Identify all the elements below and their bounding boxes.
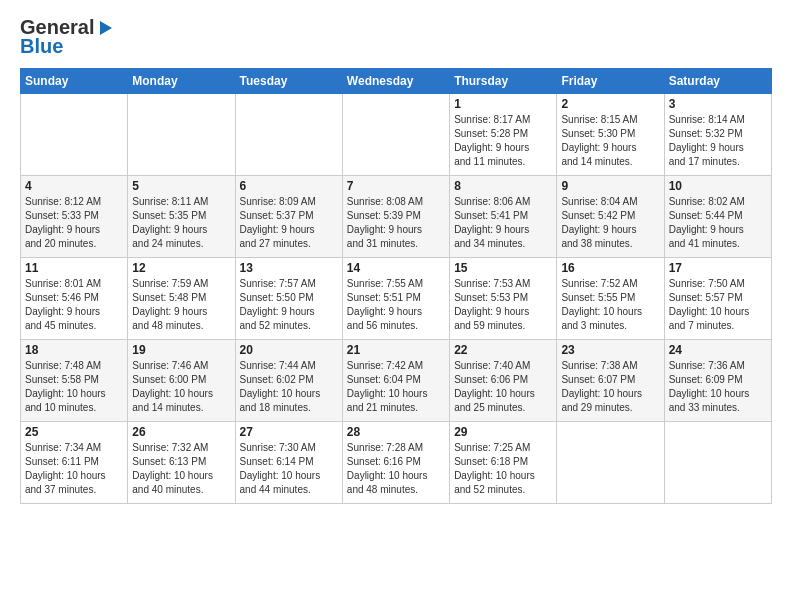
day-number: 24: [669, 343, 767, 357]
calendar-table: SundayMondayTuesdayWednesdayThursdayFrid…: [20, 68, 772, 504]
calendar-cell: 22Sunrise: 7:40 AM Sunset: 6:06 PM Dayli…: [450, 340, 557, 422]
calendar-cell: 21Sunrise: 7:42 AM Sunset: 6:04 PM Dayli…: [342, 340, 449, 422]
calendar-cell: 19Sunrise: 7:46 AM Sunset: 6:00 PM Dayli…: [128, 340, 235, 422]
day-number: 23: [561, 343, 659, 357]
logo: General Blue: [20, 16, 114, 58]
day-info: Sunrise: 7:52 AM Sunset: 5:55 PM Dayligh…: [561, 277, 659, 333]
day-number: 6: [240, 179, 338, 193]
day-info: Sunrise: 7:53 AM Sunset: 5:53 PM Dayligh…: [454, 277, 552, 333]
day-number: 2: [561, 97, 659, 111]
calendar-cell: 7Sunrise: 8:08 AM Sunset: 5:39 PM Daylig…: [342, 176, 449, 258]
day-info: Sunrise: 7:44 AM Sunset: 6:02 PM Dayligh…: [240, 359, 338, 415]
day-number: 28: [347, 425, 445, 439]
weekday-thursday: Thursday: [450, 69, 557, 94]
calendar-cell: 26Sunrise: 7:32 AM Sunset: 6:13 PM Dayli…: [128, 422, 235, 504]
day-info: Sunrise: 8:08 AM Sunset: 5:39 PM Dayligh…: [347, 195, 445, 251]
day-number: 29: [454, 425, 552, 439]
day-info: Sunrise: 8:04 AM Sunset: 5:42 PM Dayligh…: [561, 195, 659, 251]
calendar-cell: 8Sunrise: 8:06 AM Sunset: 5:41 PM Daylig…: [450, 176, 557, 258]
calendar-cell: [664, 422, 771, 504]
day-info: Sunrise: 7:28 AM Sunset: 6:16 PM Dayligh…: [347, 441, 445, 497]
day-info: Sunrise: 7:30 AM Sunset: 6:14 PM Dayligh…: [240, 441, 338, 497]
week-row-5: 25Sunrise: 7:34 AM Sunset: 6:11 PM Dayli…: [21, 422, 772, 504]
calendar-cell: 24Sunrise: 7:36 AM Sunset: 6:09 PM Dayli…: [664, 340, 771, 422]
day-number: 1: [454, 97, 552, 111]
calendar-cell: 10Sunrise: 8:02 AM Sunset: 5:44 PM Dayli…: [664, 176, 771, 258]
day-number: 21: [347, 343, 445, 357]
day-number: 16: [561, 261, 659, 275]
day-number: 4: [25, 179, 123, 193]
day-info: Sunrise: 8:11 AM Sunset: 5:35 PM Dayligh…: [132, 195, 230, 251]
week-row-1: 1Sunrise: 8:17 AM Sunset: 5:28 PM Daylig…: [21, 94, 772, 176]
weekday-header-row: SundayMondayTuesdayWednesdayThursdayFrid…: [21, 69, 772, 94]
day-number: 17: [669, 261, 767, 275]
day-number: 18: [25, 343, 123, 357]
logo: General Blue: [20, 16, 114, 58]
calendar-cell: [235, 94, 342, 176]
day-info: Sunrise: 8:17 AM Sunset: 5:28 PM Dayligh…: [454, 113, 552, 169]
day-number: 19: [132, 343, 230, 357]
calendar-cell: 15Sunrise: 7:53 AM Sunset: 5:53 PM Dayli…: [450, 258, 557, 340]
day-number: 20: [240, 343, 338, 357]
day-number: 5: [132, 179, 230, 193]
calendar-cell: 27Sunrise: 7:30 AM Sunset: 6:14 PM Dayli…: [235, 422, 342, 504]
weekday-friday: Friday: [557, 69, 664, 94]
day-number: 25: [25, 425, 123, 439]
day-number: 3: [669, 97, 767, 111]
day-number: 8: [454, 179, 552, 193]
day-number: 10: [669, 179, 767, 193]
day-info: Sunrise: 7:36 AM Sunset: 6:09 PM Dayligh…: [669, 359, 767, 415]
day-info: Sunrise: 8:15 AM Sunset: 5:30 PM Dayligh…: [561, 113, 659, 169]
day-number: 9: [561, 179, 659, 193]
day-info: Sunrise: 8:02 AM Sunset: 5:44 PM Dayligh…: [669, 195, 767, 251]
calendar-cell: 12Sunrise: 7:59 AM Sunset: 5:48 PM Dayli…: [128, 258, 235, 340]
svg-marker-0: [100, 21, 112, 35]
day-info: Sunrise: 7:25 AM Sunset: 6:18 PM Dayligh…: [454, 441, 552, 497]
day-info: Sunrise: 7:46 AM Sunset: 6:00 PM Dayligh…: [132, 359, 230, 415]
calendar-cell: 13Sunrise: 7:57 AM Sunset: 5:50 PM Dayli…: [235, 258, 342, 340]
week-row-3: 11Sunrise: 8:01 AM Sunset: 5:46 PM Dayli…: [21, 258, 772, 340]
day-number: 11: [25, 261, 123, 275]
calendar-cell: 28Sunrise: 7:28 AM Sunset: 6:16 PM Dayli…: [342, 422, 449, 504]
calendar-cell: 2Sunrise: 8:15 AM Sunset: 5:30 PM Daylig…: [557, 94, 664, 176]
day-number: 12: [132, 261, 230, 275]
day-info: Sunrise: 8:12 AM Sunset: 5:33 PM Dayligh…: [25, 195, 123, 251]
calendar-cell: 9Sunrise: 8:04 AM Sunset: 5:42 PM Daylig…: [557, 176, 664, 258]
calendar-cell: 6Sunrise: 8:09 AM Sunset: 5:37 PM Daylig…: [235, 176, 342, 258]
logo-blue: Blue: [20, 35, 63, 58]
day-info: Sunrise: 7:40 AM Sunset: 6:06 PM Dayligh…: [454, 359, 552, 415]
week-row-2: 4Sunrise: 8:12 AM Sunset: 5:33 PM Daylig…: [21, 176, 772, 258]
calendar-cell: 11Sunrise: 8:01 AM Sunset: 5:46 PM Dayli…: [21, 258, 128, 340]
day-number: 7: [347, 179, 445, 193]
day-info: Sunrise: 7:48 AM Sunset: 5:58 PM Dayligh…: [25, 359, 123, 415]
weekday-monday: Monday: [128, 69, 235, 94]
day-info: Sunrise: 8:01 AM Sunset: 5:46 PM Dayligh…: [25, 277, 123, 333]
calendar-cell: [342, 94, 449, 176]
weekday-wednesday: Wednesday: [342, 69, 449, 94]
day-info: Sunrise: 8:09 AM Sunset: 5:37 PM Dayligh…: [240, 195, 338, 251]
calendar-cell: 23Sunrise: 7:38 AM Sunset: 6:07 PM Dayli…: [557, 340, 664, 422]
day-info: Sunrise: 8:06 AM Sunset: 5:41 PM Dayligh…: [454, 195, 552, 251]
day-info: Sunrise: 7:50 AM Sunset: 5:57 PM Dayligh…: [669, 277, 767, 333]
day-info: Sunrise: 7:34 AM Sunset: 6:11 PM Dayligh…: [25, 441, 123, 497]
calendar-cell: 17Sunrise: 7:50 AM Sunset: 5:57 PM Dayli…: [664, 258, 771, 340]
calendar-cell: 25Sunrise: 7:34 AM Sunset: 6:11 PM Dayli…: [21, 422, 128, 504]
day-number: 27: [240, 425, 338, 439]
day-number: 22: [454, 343, 552, 357]
day-info: Sunrise: 7:55 AM Sunset: 5:51 PM Dayligh…: [347, 277, 445, 333]
weekday-sunday: Sunday: [21, 69, 128, 94]
calendar-cell: [128, 94, 235, 176]
calendar-cell: 18Sunrise: 7:48 AM Sunset: 5:58 PM Dayli…: [21, 340, 128, 422]
day-info: Sunrise: 8:14 AM Sunset: 5:32 PM Dayligh…: [669, 113, 767, 169]
day-number: 15: [454, 261, 552, 275]
calendar-cell: [21, 94, 128, 176]
week-row-4: 18Sunrise: 7:48 AM Sunset: 5:58 PM Dayli…: [21, 340, 772, 422]
calendar-cell: 4Sunrise: 8:12 AM Sunset: 5:33 PM Daylig…: [21, 176, 128, 258]
day-number: 26: [132, 425, 230, 439]
day-number: 13: [240, 261, 338, 275]
calendar-cell: 29Sunrise: 7:25 AM Sunset: 6:18 PM Dayli…: [450, 422, 557, 504]
calendar-cell: [557, 422, 664, 504]
day-info: Sunrise: 7:32 AM Sunset: 6:13 PM Dayligh…: [132, 441, 230, 497]
weekday-saturday: Saturday: [664, 69, 771, 94]
page-header: General Blue: [20, 16, 772, 58]
